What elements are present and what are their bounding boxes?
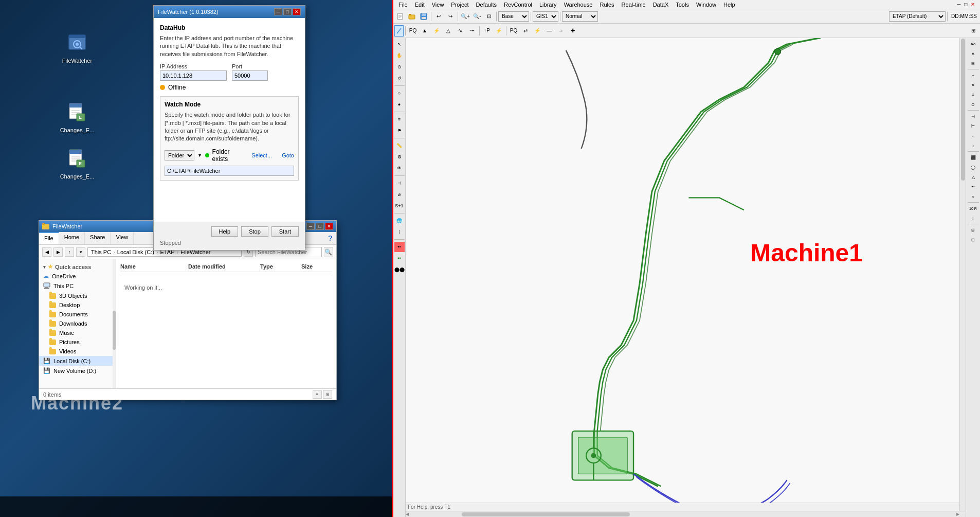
sidebar-item-onedrive[interactable]: ☁ OneDrive <box>39 271 116 281</box>
right-btn-1[interactable]: Aa <box>968 39 979 48</box>
desktop-icon-changes2[interactable]: E Changes_E... <box>57 147 98 180</box>
canvas-horizontal-scrollbar[interactable]: ▶ ◀ <box>406 511 966 517</box>
tab-view[interactable]: View <box>111 232 134 244</box>
desktop-icon-filewatcher[interactable]: FileWatcher <box>57 31 98 64</box>
menu-tools[interactable]: Tools <box>673 1 692 8</box>
base-select[interactable]: Base <box>498 11 529 22</box>
left-btn-dots[interactable]: ⁞ <box>394 227 405 237</box>
left-btn-rotate[interactable]: ↺ <box>394 73 405 83</box>
right-btn-9[interactable]: ⊢ <box>968 121 979 131</box>
right-btn-14[interactable]: △ <box>968 172 979 182</box>
scroll-right-btn[interactable]: ▶ <box>956 512 959 516</box>
right-btn-10[interactable]: ↔ <box>968 131 979 140</box>
sidebar-item-music[interactable]: Music <box>39 328 116 337</box>
right-btn-13[interactable]: ◯ <box>968 163 979 172</box>
right-btn-12[interactable]: ⬛ <box>968 153 979 162</box>
goto-link[interactable]: Goto <box>282 152 294 158</box>
sidebar-item-desktop[interactable]: Desktop <box>39 300 116 310</box>
back-button[interactable]: ◀ <box>42 247 51 257</box>
tb2-wave2[interactable]: 〜 <box>466 25 478 37</box>
details-view-button[interactable]: ≡ <box>313 390 322 399</box>
recent-button[interactable]: ▾ <box>76 247 85 257</box>
tb2-expand-btn[interactable]: ⊞ <box>968 25 979 37</box>
large-icons-view-button[interactable]: ⊞ <box>323 390 332 399</box>
sidebar-item-3dobjects[interactable]: 3D Objects <box>39 291 116 300</box>
tb2-wave[interactable]: ∿ <box>455 25 466 37</box>
folder-path-input[interactable] <box>165 166 294 176</box>
menu-rules[interactable]: Rules <box>596 1 617 8</box>
tb-redo-btn[interactable]: ↪ <box>445 11 456 22</box>
tb2-arrows[interactable]: ⇄ <box>520 25 531 37</box>
ip-address-input[interactable] <box>160 70 227 81</box>
tb-open-btn[interactable] <box>406 11 418 22</box>
sidebar-item-documents[interactable]: Documents <box>39 310 116 319</box>
quick-access-header[interactable]: ▾ ★ Quick access <box>39 261 116 271</box>
menu-revcontrol[interactable]: RevControl <box>501 1 535 8</box>
right-btn-expand[interactable]: ⊞ <box>968 225 979 235</box>
tb2-btn2[interactable]: ▲ <box>419 25 430 37</box>
tb2-cross[interactable]: ✚ <box>567 25 578 37</box>
left-btn-measure[interactable]: 📏 <box>394 140 405 151</box>
tab-file[interactable]: File <box>39 232 59 244</box>
sidebar-item-newvolume-d[interactable]: 💾 New Volume (D:) <box>39 366 116 376</box>
left-btn-layers[interactable]: ≡ <box>394 114 405 124</box>
tb-new-btn[interactable] <box>394 11 406 22</box>
left-btn-bus[interactable]: ⊣ <box>394 178 405 188</box>
right-btn-16[interactable]: ≈ <box>968 192 979 201</box>
tab-share[interactable]: Share <box>85 232 111 244</box>
left-btn-zoom[interactable]: ⊙ <box>394 62 405 72</box>
canvas-vertical-scrollbar[interactable] <box>959 38 966 511</box>
tb-zoom-fit-btn[interactable]: ⊡ <box>483 11 495 22</box>
right-btn-5[interactable]: ✕ <box>968 80 979 90</box>
right-btn-7[interactable]: ⊙ <box>968 100 979 109</box>
menu-file[interactable]: File <box>395 1 411 8</box>
right-btn-10r[interactable]: 10 R <box>968 204 979 213</box>
menu-project[interactable]: Project <box>448 1 471 8</box>
menu-library[interactable]: Library <box>536 1 560 8</box>
tb2-lightning2[interactable]: ⚡ <box>493 25 504 37</box>
right-btn-6[interactable]: ≡ <box>968 90 979 99</box>
left-btn-circle-fill[interactable]: ● <box>394 99 405 110</box>
etap-canvas[interactable]: Machine1 <box>406 38 966 517</box>
explorer-maximize-button[interactable]: □ <box>316 223 324 230</box>
menu-datax[interactable]: DataX <box>650 1 672 8</box>
right-btn-15[interactable]: 〜 <box>968 182 979 191</box>
tb2-btn1[interactable]: PQ <box>407 25 419 37</box>
menu-window[interactable]: Window <box>693 1 719 8</box>
tb2-line[interactable]: — <box>543 25 555 37</box>
right-btn-11[interactable]: ↕ <box>968 141 979 150</box>
explorer-close-button[interactable]: ✕ <box>325 223 333 230</box>
select-link[interactable]: Select... <box>251 152 272 158</box>
tb2-pq2[interactable]: PQ <box>508 25 519 37</box>
left-btn-eye[interactable]: 👁 <box>394 163 405 173</box>
left-btn-global[interactable]: 🌐 <box>394 216 405 226</box>
tab-home[interactable]: Home <box>59 232 85 244</box>
left-btn-color-pair[interactable]: ⬤⬤ <box>394 264 405 275</box>
sidebar-item-videos[interactable]: Videos <box>39 347 116 356</box>
tb-zoom-out-btn[interactable]: 🔍- <box>471 11 483 22</box>
left-btn-green-dots[interactable]: •• <box>394 253 405 263</box>
tb2-arrow-right[interactable]: → <box>555 25 567 37</box>
desktop-icon-changes1[interactable]: E Changes_E... <box>57 100 98 133</box>
sidebar-item-thispc[interactable]: This PC <box>39 281 116 291</box>
tb2-triangle[interactable]: △ <box>443 25 454 37</box>
menu-warehouse[interactable]: Warehouse <box>561 1 596 8</box>
minimize-icon[interactable]: ─ <box>957 2 960 7</box>
right-btn-4[interactable]: + <box>968 70 979 80</box>
menu-realtime[interactable]: Real-time <box>619 1 649 8</box>
right-btn-dots2[interactable]: ⁞ <box>968 213 979 223</box>
mode-select[interactable]: Normal <box>562 11 598 22</box>
watch-mode-select[interactable]: Folder <box>165 150 194 161</box>
maximize-icon[interactable]: □ <box>964 2 967 7</box>
menu-view[interactable]: View <box>429 1 447 8</box>
sidebar-item-downloads[interactable]: Downloads <box>39 319 116 328</box>
tb2-lightning1[interactable]: ⚡ <box>431 25 442 37</box>
up-button[interactable]: ↑ <box>65 247 74 257</box>
start-button[interactable]: Start <box>271 226 299 237</box>
left-btn-hand[interactable]: ✋ <box>394 50 405 61</box>
tb2-lightning3[interactable]: ⚡ <box>532 25 543 37</box>
menu-help[interactable]: Help <box>720 1 738 8</box>
right-btn-8[interactable]: ⊣ <box>968 112 979 121</box>
help-button[interactable]: Help <box>211 226 239 237</box>
forward-button[interactable]: ▶ <box>53 247 63 257</box>
